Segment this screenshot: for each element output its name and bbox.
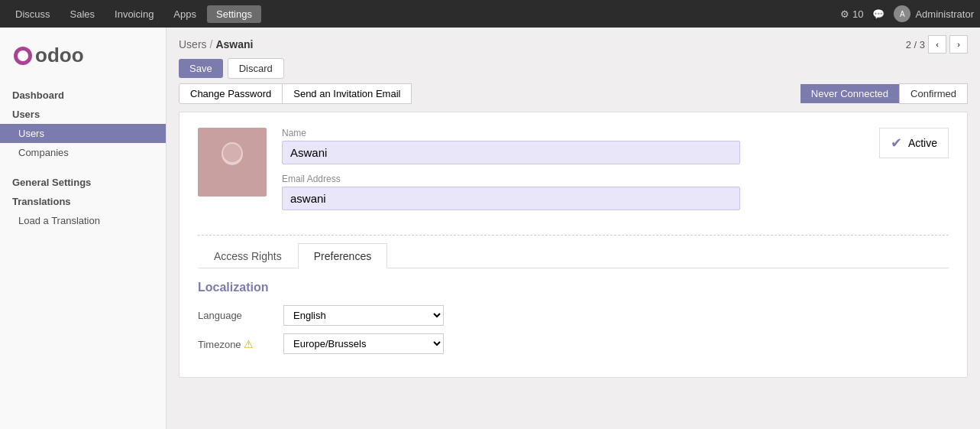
nav-settings[interactable]: Settings bbox=[207, 5, 261, 23]
localization-title: Localization bbox=[198, 281, 949, 294]
discard-button[interactable]: Discard bbox=[228, 58, 284, 79]
timezone-warning-icon: ⚠ bbox=[244, 338, 254, 350]
pill-confirmed[interactable]: Confirmed bbox=[899, 83, 968, 104]
breadcrumb: Users / Aswani bbox=[179, 38, 253, 50]
logo-area: odoo bbox=[0, 31, 166, 84]
nav-sales[interactable]: Sales bbox=[61, 5, 105, 23]
breadcrumb-parent[interactable]: Users bbox=[179, 38, 207, 50]
language-row: Language English French German Spanish bbox=[198, 305, 949, 326]
odoo-logo: odoo bbox=[12, 38, 104, 73]
avatar: A bbox=[894, 5, 910, 22]
nav-invoicing[interactable]: Invoicing bbox=[105, 5, 163, 23]
svg-point-5 bbox=[223, 144, 241, 162]
pagination-text: 2 / 3 bbox=[906, 39, 925, 50]
main-layout: odoo Dashboard Users Users Companies Gen… bbox=[0, 28, 980, 429]
admin-label: Administrator bbox=[915, 8, 974, 20]
action-bar: Save Discard bbox=[167, 54, 980, 79]
change-password-button[interactable]: Change Password bbox=[179, 83, 283, 104]
separator bbox=[198, 235, 949, 236]
nav-right-section: ⚙ 10 💬 A Administrator bbox=[840, 5, 974, 22]
sidebar-item-translations[interactable]: Translations bbox=[0, 192, 166, 211]
timezone-select[interactable]: Europe/Brussels Europe/London America/Ne… bbox=[283, 333, 444, 354]
name-label: Name bbox=[282, 128, 949, 138]
save-button[interactable]: Save bbox=[179, 59, 223, 78]
timezone-row: Timezone ⚠ Europe/Brussels Europe/London… bbox=[198, 333, 949, 354]
page-header: Users / Aswani 2 / 3 ‹ › bbox=[167, 28, 980, 54]
sidebar: odoo Dashboard Users Users Companies Gen… bbox=[0, 28, 167, 429]
chat-icon[interactable]: 💬 bbox=[872, 8, 885, 20]
sidebar-item-users[interactable]: Users bbox=[0, 124, 166, 143]
svg-point-4 bbox=[215, 167, 249, 189]
pagination-prev[interactable]: ‹ bbox=[928, 35, 946, 54]
notification-icon: ⚙ bbox=[840, 8, 849, 20]
breadcrumb-current: Aswani bbox=[215, 38, 253, 50]
email-label: Email Address bbox=[282, 174, 949, 184]
sidebar-item-companies[interactable]: Companies bbox=[0, 143, 166, 162]
sidebar-section-main: Dashboard Users Users Companies bbox=[0, 84, 166, 164]
admin-badge[interactable]: A Administrator bbox=[894, 5, 974, 22]
name-field[interactable] bbox=[282, 141, 740, 164]
breadcrumb-separator: / bbox=[210, 38, 213, 50]
status-bar: Change Password Send an Invitation Email… bbox=[167, 79, 980, 104]
pagination: 2 / 3 ‹ › bbox=[906, 35, 968, 54]
form-card: Name Email Address ✔ Active Access Right… bbox=[179, 112, 968, 378]
language-label: Language bbox=[198, 310, 274, 321]
notification-count: 10 bbox=[852, 8, 863, 20]
notification-group[interactable]: ⚙ 10 bbox=[840, 8, 863, 20]
language-select[interactable]: English French German Spanish bbox=[283, 305, 444, 326]
pagination-next[interactable]: › bbox=[949, 35, 968, 54]
timezone-label: Timezone ⚠ bbox=[198, 338, 274, 350]
svg-text:odoo: odoo bbox=[35, 44, 84, 67]
status-pill-group: Never Connected Confirmed bbox=[800, 83, 968, 104]
avatar-image bbox=[209, 135, 255, 189]
sidebar-section-settings: General Settings Translations Load a Tra… bbox=[0, 171, 166, 232]
tabs: Access Rights Preferences bbox=[198, 243, 949, 268]
nav-menu: Discuss Sales Invoicing Apps Settings bbox=[6, 5, 840, 23]
nav-discuss[interactable]: Discuss bbox=[6, 5, 60, 23]
user-form-header: Name Email Address ✔ Active bbox=[198, 128, 949, 219]
sidebar-item-general-settings[interactable]: General Settings bbox=[0, 173, 166, 192]
sidebar-item-dashboard[interactable]: Dashboard bbox=[0, 86, 166, 105]
top-navigation: Discuss Sales Invoicing Apps Settings ⚙ … bbox=[0, 0, 980, 28]
svg-point-1 bbox=[18, 50, 28, 61]
pill-never-connected[interactable]: Never Connected bbox=[800, 84, 899, 103]
active-label: Active bbox=[908, 137, 937, 149]
active-check-icon: ✔ bbox=[891, 135, 902, 151]
user-avatar[interactable] bbox=[198, 128, 267, 197]
active-badge: ✔ Active bbox=[879, 128, 949, 158]
tab-preferences[interactable]: Preferences bbox=[298, 243, 387, 268]
user-form-fields: Name Email Address bbox=[282, 128, 949, 219]
sidebar-item-load-translation[interactable]: Load a Translation bbox=[0, 211, 166, 230]
content-area: Users / Aswani 2 / 3 ‹ › Save Discard Ch… bbox=[167, 28, 980, 429]
tab-access-rights[interactable]: Access Rights bbox=[198, 243, 298, 268]
nav-apps[interactable]: Apps bbox=[164, 5, 205, 23]
send-invitation-button[interactable]: Send an Invitation Email bbox=[282, 83, 412, 104]
sidebar-item-users-group[interactable]: Users bbox=[0, 105, 166, 124]
email-field[interactable] bbox=[282, 187, 740, 210]
